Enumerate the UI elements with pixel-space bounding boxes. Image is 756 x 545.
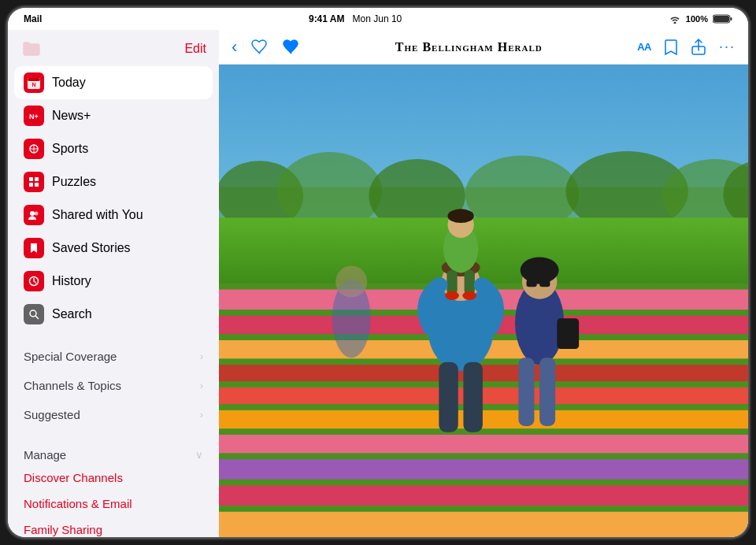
puzzles-icon <box>24 172 44 192</box>
article-photo <box>219 65 748 537</box>
device-frame: Mail 9:41 AM Mon Jun 10 100% <box>8 8 748 537</box>
nav-label-shared: Shared with You <box>52 208 143 222</box>
expand-suggested[interactable]: Suggested › <box>14 400 213 429</box>
status-center: 9:41 AM Mon Jun 10 <box>309 13 402 24</box>
share-button[interactable] <box>691 39 706 56</box>
svg-rect-57 <box>219 480 748 486</box>
family-sharing-link[interactable]: Family Sharing <box>14 517 213 537</box>
nav-label-sports: Sports <box>52 142 88 156</box>
svg-rect-52 <box>219 358 748 365</box>
article-source-title: The Bellingham Herald <box>395 39 543 55</box>
search-icon <box>24 304 44 324</box>
chevron-right-channels: › <box>200 380 203 391</box>
svg-rect-15 <box>29 177 33 181</box>
more-button[interactable]: ··· <box>719 39 736 55</box>
nav-item-puzzles[interactable]: Puzzles <box>14 165 213 198</box>
svg-rect-61 <box>463 362 482 432</box>
like-button[interactable] <box>283 39 300 55</box>
source-title-text: The Bellingham Herald <box>395 40 543 54</box>
manage-label: Manage <box>24 448 66 462</box>
svg-rect-56 <box>219 453 748 459</box>
nav-item-today[interactable]: N Today <box>14 66 213 99</box>
svg-rect-79 <box>557 318 579 349</box>
expand-section: Special Coverage › Channels & Topics › S… <box>8 342 219 429</box>
svg-point-69 <box>445 291 459 300</box>
sidebar-header: Edit <box>8 30 219 65</box>
svg-text:N: N <box>32 82 35 87</box>
svg-rect-58 <box>219 506 748 512</box>
status-app: Mail <box>24 13 42 24</box>
svg-rect-54 <box>219 404 748 410</box>
svg-rect-77 <box>539 280 550 287</box>
notifications-email-link[interactable]: Notifications & Email <box>14 491 213 517</box>
nav-item-history[interactable]: History <box>14 265 213 298</box>
nav-label-today: Today <box>52 76 86 90</box>
svg-rect-17 <box>29 183 33 187</box>
toolbar-right: AA ··· <box>637 39 736 56</box>
svg-rect-48 <box>219 510 748 537</box>
channels-topics-label: Channels & Topics <box>24 379 121 392</box>
folder-icon[interactable] <box>20 38 43 60</box>
main-container: Edit N Today <box>8 30 748 537</box>
svg-rect-25 <box>27 307 41 321</box>
dislike-button[interactable] <box>251 39 269 55</box>
svg-point-20 <box>30 211 35 216</box>
svg-point-21 <box>35 212 39 216</box>
sports-icon <box>24 139 44 159</box>
status-right: 100% <box>669 14 732 24</box>
nav-item-shared[interactable]: Shared with You <box>14 198 213 232</box>
back-button[interactable]: ‹ <box>232 37 237 57</box>
svg-point-75 <box>521 257 559 283</box>
svg-point-66 <box>447 209 473 223</box>
svg-point-81 <box>335 266 367 298</box>
svg-rect-38 <box>219 217 748 287</box>
expand-channels-topics[interactable]: Channels & Topics › <box>14 371 213 400</box>
nav-label-search: Search <box>52 307 92 321</box>
svg-rect-1 <box>713 16 729 22</box>
nav-label-puzzles: Puzzles <box>52 175 96 189</box>
nav-item-newsplus[interactable]: N+ News+ <box>14 99 213 132</box>
svg-rect-53 <box>219 381 748 387</box>
status-date: Mon Jun 10 <box>353 13 402 24</box>
nav-item-search[interactable]: Search <box>14 298 213 331</box>
status-battery: 100% <box>686 14 708 24</box>
chevron-down-manage: ∨ <box>195 449 203 461</box>
svg-rect-72 <box>518 358 534 426</box>
text-size-button[interactable]: AA <box>637 41 651 53</box>
nav-section: N Today N+ News+ <box>8 65 219 332</box>
svg-rect-16 <box>35 177 39 181</box>
svg-rect-68 <box>465 270 475 295</box>
sidebar: Edit N Today <box>8 30 219 537</box>
manage-header[interactable]: Manage ∨ <box>14 442 213 465</box>
expand-special-coverage[interactable]: Special Coverage › <box>14 342 213 371</box>
article-image <box>219 65 748 537</box>
chevron-right-suggested: › <box>200 409 203 421</box>
history-icon <box>24 271 44 291</box>
status-left: Mail <box>24 13 42 24</box>
status-bar: Mail 9:41 AM Mon Jun 10 100% <box>8 8 748 30</box>
toolbar: ‹ The Bellingham Herald <box>219 30 748 65</box>
battery-icon <box>713 14 732 24</box>
toolbar-left: ‹ <box>232 37 300 57</box>
svg-rect-14 <box>27 175 41 189</box>
edit-button[interactable]: Edit <box>184 42 206 56</box>
svg-rect-73 <box>539 358 555 426</box>
discover-channels-link[interactable]: Discover Channels <box>14 465 213 491</box>
nav-label-saved: Saved Stories <box>52 241 131 255</box>
newsplus-icon: N+ <box>24 106 44 126</box>
nav-label-history: History <box>52 274 91 288</box>
svg-rect-67 <box>447 270 457 295</box>
saved-icon <box>24 238 44 258</box>
svg-rect-55 <box>219 428 748 435</box>
svg-rect-2 <box>731 17 732 20</box>
bookmark-button[interactable] <box>664 39 678 56</box>
svg-text:N+: N+ <box>29 113 39 120</box>
today-icon: N <box>24 72 44 93</box>
nav-item-sports[interactable]: Sports <box>14 132 213 165</box>
svg-rect-18 <box>35 183 39 187</box>
shared-icon <box>24 205 44 225</box>
special-coverage-label: Special Coverage <box>24 350 117 363</box>
manage-section: Manage ∨ Discover Channels Notifications… <box>8 439 219 537</box>
status-time: 9:41 AM <box>309 13 345 24</box>
nav-item-saved[interactable]: Saved Stories <box>14 232 213 265</box>
